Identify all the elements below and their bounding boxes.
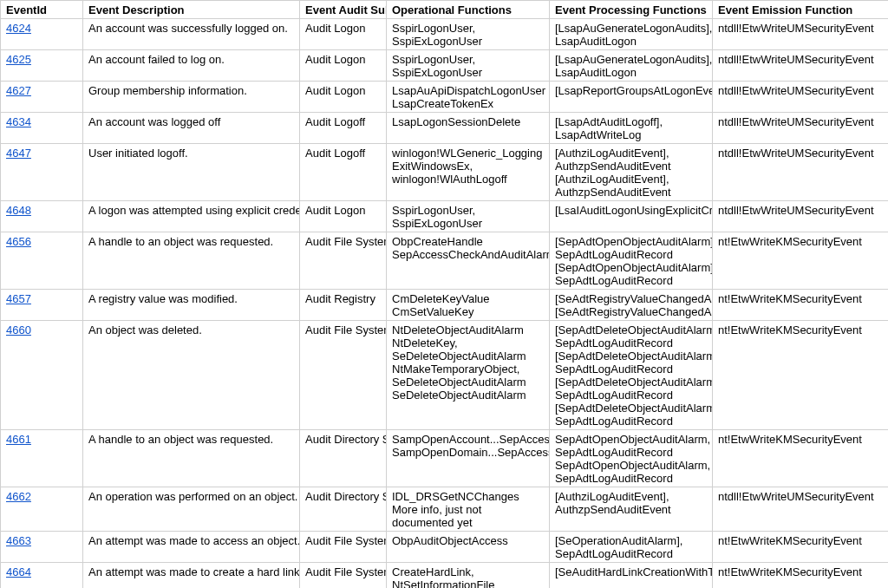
eventid-link[interactable]: 4634: [6, 115, 31, 128]
cell-emission: nt!EtwWriteKMSecurityEvent: [713, 232, 889, 290]
cell-subcategory: Audit Logon: [300, 201, 387, 232]
cell-operational: NtDeleteObjectAuditAlarm NtDeleteKey, Se…: [387, 321, 550, 430]
table-row: 4656A handle to an object was requested.…: [1, 232, 889, 290]
table-row: 4625An account failed to log on.Audit Lo…: [1, 50, 889, 82]
cell-emission: ntdll!EtwWriteUMSecurityEvent: [713, 201, 889, 232]
table-row: 4624An account was successfully logged o…: [1, 19, 889, 50]
table-row: 4647User initiated logoff.Audit Logoffwi…: [1, 144, 889, 201]
cell-processing: [LsapAuGenerateLogonAudits], LsapAuditLo…: [550, 19, 713, 50]
cell-subcategory: Audit File System: [300, 532, 387, 563]
table-row: 4663An attempt was made to access an obj…: [1, 532, 889, 563]
cell-description: An account was successfully logged on.: [83, 19, 300, 50]
cell-operational: SspirLogonUser, SspiExLogonUser: [387, 201, 550, 232]
cell-eventid: 4634: [1, 113, 83, 144]
eventid-link[interactable]: 4647: [6, 147, 31, 160]
cell-emission: nt!EtwWriteKMSecurityEvent: [713, 290, 889, 321]
cell-description: An account failed to log on.: [83, 50, 300, 82]
header-eventid: EventId: [1, 1, 83, 19]
cell-subcategory: Audit Directory Service: [300, 430, 387, 487]
cell-subcategory: Audit Logon: [300, 19, 387, 50]
cell-eventid: 4660: [1, 321, 83, 430]
header-op: Operational Functions: [387, 1, 550, 19]
cell-processing: [LsapAuGenerateLogonAudits], LsapAuditLo…: [550, 50, 713, 82]
table-row: 4648A logon was attempted using explicit…: [1, 201, 889, 232]
cell-description: A logon was attempted using explicit cre…: [83, 201, 300, 232]
cell-emission: nt!EtwWriteKMSecurityEvent: [713, 321, 889, 430]
cell-emission: ntdll!EtwWriteUMSecurityEvent: [713, 82, 889, 113]
table-row: 4662An operation was performed on an obj…: [1, 487, 889, 532]
cell-processing: [LsapAdtAuditLogoff], LsapAdtWriteLog: [550, 113, 713, 144]
cell-subcategory: Audit Registry: [300, 290, 387, 321]
cell-emission: nt!EtwWriteKMSecurityEvent: [713, 563, 889, 589]
header-row: EventId Event Description Event Audit Su…: [1, 1, 889, 19]
cell-operational: winlogon!WLGeneric_Logging ExitWindowsEx…: [387, 144, 550, 201]
table-row: 4660An object was deleted.Audit File Sys…: [1, 321, 889, 430]
cell-subcategory: Audit File System: [300, 321, 387, 430]
cell-operational: LsapLogonSessionDelete: [387, 113, 550, 144]
cell-operational: CreateHardLink, NtSetInformationFile: [387, 563, 550, 589]
cell-processing: [AuthziLogAuditEvent], AuthzpSendAuditEv…: [550, 144, 713, 201]
cell-operational: ObpCreateHandle SepAccessCheckAndAuditAl…: [387, 232, 550, 290]
table-row: 4634An account was logged offAudit Logof…: [1, 113, 889, 144]
events-table: EventId Event Description Event Audit Su…: [0, 0, 888, 588]
cell-subcategory: Audit Directory Service: [300, 487, 387, 532]
cell-processing: SepAdtOpenObjectAuditAlarm, SepAdtLogAud…: [550, 430, 713, 487]
cell-subcategory: Audit Logon: [300, 82, 387, 113]
cell-description: An operation was performed on an object.: [83, 487, 300, 532]
table-row: 4627Group membership information.Audit L…: [1, 82, 889, 113]
table-row: 4661A handle to an object was requested.…: [1, 430, 889, 487]
cell-emission: ntdll!EtwWriteUMSecurityEvent: [713, 487, 889, 532]
eventid-link[interactable]: 4627: [6, 84, 31, 97]
eventid-link[interactable]: 4648: [6, 204, 31, 217]
cell-processing: [SepAdtOpenObjectAuditAlarm], SepAdtLogA…: [550, 232, 713, 290]
cell-eventid: 4627: [1, 82, 83, 113]
cell-eventid: 4647: [1, 144, 83, 201]
cell-operational: LsapAuApiDispatchLogonUser LsapCreateTok…: [387, 82, 550, 113]
cell-eventid: 4648: [1, 201, 83, 232]
cell-emission: ntdll!EtwWriteUMSecurityEvent: [713, 113, 889, 144]
cell-processing: [LsapReportGroupsAtLogonEvent]: [550, 82, 713, 113]
table-row: 4664An attempt was made to create a hard…: [1, 563, 889, 589]
cell-subcategory: Audit File System: [300, 232, 387, 290]
cell-description: Group membership information.: [83, 82, 300, 113]
cell-processing: [SeAuditHardLinkCreationWithTransaction]: [550, 563, 713, 589]
header-proc: Event Processing Functions: [550, 1, 713, 19]
cell-processing: [SepAdtDeleteObjectAuditAlarm], SepAdtLo…: [550, 321, 713, 430]
eventid-link[interactable]: 4662: [6, 490, 31, 503]
eventid-link[interactable]: 4656: [6, 235, 31, 248]
cell-emission: ntdll!EtwWriteUMSecurityEvent: [713, 19, 889, 50]
cell-eventid: 4662: [1, 487, 83, 532]
eventid-link[interactable]: 4664: [6, 565, 31, 578]
cell-processing: [SeOperationAuditAlarm], SepAdtLogAuditR…: [550, 532, 713, 563]
cell-eventid: 4624: [1, 19, 83, 50]
cell-description: An attempt was made to access an object.: [83, 532, 300, 563]
cell-processing: [LsaIAuditLogonUsingExplicitCreds]: [550, 201, 713, 232]
cell-description: User initiated logoff.: [83, 144, 300, 201]
cell-description: A handle to an object was requested.: [83, 430, 300, 487]
table-row: 4657A registry value was modified.Audit …: [1, 290, 889, 321]
cell-eventid: 4661: [1, 430, 83, 487]
cell-emission: nt!EtwWriteKMSecurityEvent: [713, 430, 889, 487]
cell-emission: ntdll!EtwWriteUMSecurityEvent: [713, 144, 889, 201]
cell-description: An object was deleted.: [83, 321, 300, 430]
cell-subcategory: Audit File System: [300, 563, 387, 589]
cell-description: A registry value was modified.: [83, 290, 300, 321]
cell-eventid: 4663: [1, 532, 83, 563]
eventid-link[interactable]: 4660: [6, 323, 31, 336]
cell-eventid: 4657: [1, 290, 83, 321]
eventid-link[interactable]: 4657: [6, 292, 31, 305]
cell-description: An account was logged off: [83, 113, 300, 144]
cell-emission: ntdll!EtwWriteUMSecurityEvent: [713, 50, 889, 82]
eventid-link[interactable]: 4661: [6, 433, 31, 446]
cell-description: A handle to an object was requested.: [83, 232, 300, 290]
eventid-link[interactable]: 4663: [6, 534, 31, 547]
eventid-link[interactable]: 4624: [6, 22, 31, 35]
cell-operational: CmDeleteKeyValue CmSetValueKey: [387, 290, 550, 321]
eventid-link[interactable]: 4625: [6, 53, 31, 66]
cell-processing: [SeAdtRegistryValueChangedAuditAlarm] [S…: [550, 290, 713, 321]
cell-subcategory: Audit Logon: [300, 50, 387, 82]
cell-operational: SspirLogonUser, SspiExLogonUser: [387, 19, 550, 50]
cell-description: An attempt was made to create a hard lin…: [83, 563, 300, 589]
header-emit: Event Emission Function: [713, 1, 889, 19]
header-desc: Event Description: [83, 1, 300, 19]
